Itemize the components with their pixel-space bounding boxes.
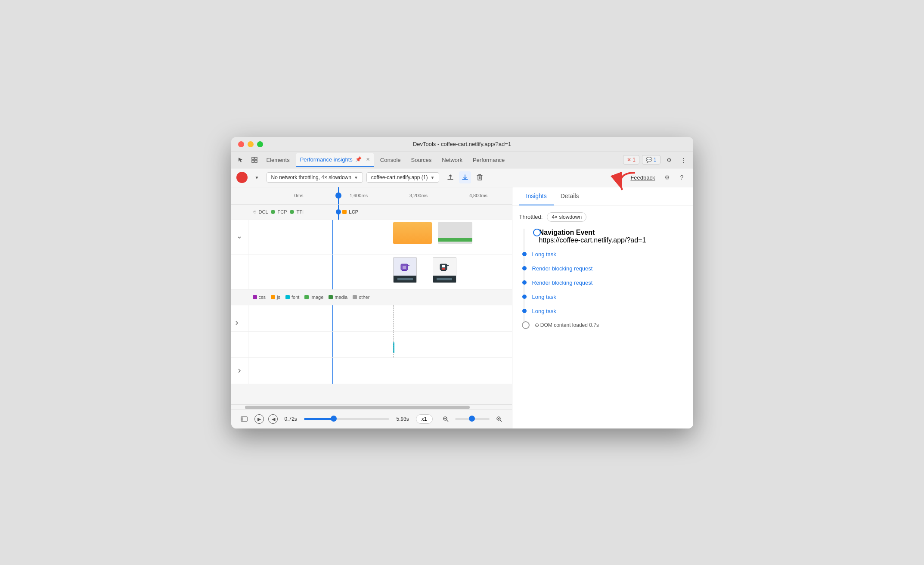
network-row [231, 305, 512, 332]
timeline-area: 0ms 1,600ms 3,200ms 4,800ms ⟲ DCL [231, 187, 512, 428]
insight-link-4[interactable]: Long task [532, 308, 556, 314]
tab-details[interactable]: Details [554, 187, 586, 205]
bottom-bar: ▶ |◀ 0.72s 5.93s x1 [231, 410, 512, 428]
network-throttling-dropdown[interactable]: No network throttling, 4× slowdown ▼ [267, 172, 363, 183]
tab-sources[interactable]: Sources [407, 153, 436, 167]
dropdown-arrow-icon[interactable]: ▼ [251, 171, 263, 183]
long-task-row [231, 332, 512, 358]
playback-controls: ▶ |◀ [238, 413, 278, 425]
filmstrip-row [231, 255, 512, 290]
tab-insights[interactable]: Insights [519, 187, 554, 205]
tab-performance-insights[interactable]: Performance insights 📌 ✕ [296, 153, 374, 167]
svg-rect-3 [255, 160, 257, 162]
scrubber-thumb[interactable] [331, 416, 337, 422]
error-icon: ✕ [627, 157, 631, 163]
maximize-button[interactable] [257, 141, 263, 147]
time-marker-2: 3,200ms [389, 193, 449, 198]
settings-icon[interactable]: ⚙ [663, 154, 675, 166]
tab-sources-label: Sources [411, 157, 432, 163]
legend-font: font [285, 295, 299, 300]
zoom-thumb[interactable] [469, 416, 475, 422]
url-label: coffee-cart.netlify.app (1) [371, 174, 428, 180]
dashed-marker [393, 305, 394, 331]
insight-dot-4 [522, 309, 527, 313]
record-button[interactable] [236, 172, 248, 183]
tab-elements[interactable]: Elements [262, 153, 294, 167]
cursor-icon[interactable] [235, 154, 247, 166]
time-marker-0: 0ms [269, 193, 329, 198]
pin-icon: 📌 [355, 156, 362, 162]
tab-performance[interactable]: Performance [468, 153, 509, 167]
svg-rect-0 [252, 157, 254, 159]
timeline-scrubber[interactable] [304, 418, 390, 420]
insight-item-4: Long task [532, 308, 686, 314]
zoom-out-icon[interactable] [440, 413, 452, 425]
skip-to-start-button[interactable]: |◀ [268, 414, 278, 424]
more-icon[interactable]: ⋮ [678, 154, 690, 166]
legend-image: image [304, 295, 323, 300]
tab-right-icons: ✕ 1 💬 1 ⚙ ⋮ [623, 154, 689, 166]
thumbnail-1[interactable] [393, 257, 417, 283]
timeline-rows[interactable]: css js font image [231, 220, 512, 404]
other-color [353, 295, 357, 299]
minimize-button[interactable] [248, 141, 254, 147]
nav-event-url: https://coffee-cart.netlify.app/?ad=1 [539, 236, 686, 244]
zoom-track[interactable] [455, 418, 490, 420]
toolbar: ▼ No network throttling, 4× slowdown ▼ c… [231, 168, 693, 187]
expand-icon[interactable] [235, 319, 239, 327]
close-button[interactable] [238, 141, 244, 147]
insight-dot-3 [522, 295, 527, 299]
feedback-link[interactable]: Feedback [630, 174, 655, 181]
dashed-marker-2 [393, 332, 394, 357]
url-dropdown[interactable]: coffee-cart.netlify.app (1) ▼ [366, 172, 440, 183]
upload-icon[interactable] [444, 171, 456, 183]
empty-row-label [231, 358, 248, 384]
insight-item-1: Render blocking request [532, 265, 686, 272]
tab-performance-insights-label: Performance insights [300, 156, 353, 163]
network-row-label [231, 305, 248, 331]
timeline-scrollbar[interactable] [231, 404, 512, 410]
tab-close-icon[interactable]: ✕ [366, 157, 370, 162]
tab-performance-label: Performance [473, 157, 505, 163]
right-panel: Insights Details Throttled: 4× slowdown [512, 187, 693, 428]
insight-link-0[interactable]: Long task [532, 251, 556, 258]
main-content: 0ms 1,600ms 3,200ms 4,800ms ⟲ DCL [231, 187, 693, 428]
scrubber-track[interactable] [304, 418, 390, 420]
dcl-label: DCL [259, 209, 268, 214]
js-label: js [277, 295, 280, 300]
insight-link-3[interactable]: Long task [532, 294, 556, 300]
info-badge-button[interactable]: 💬 1 [642, 155, 660, 165]
delete-icon[interactable] [474, 171, 486, 183]
insight-link-2[interactable]: Render blocking request [532, 279, 593, 286]
download-icon[interactable] [459, 171, 471, 183]
lcp-label: LCP [349, 209, 358, 214]
throttle-value[interactable]: 4× slowdown [547, 212, 586, 222]
speed-button[interactable]: x1 [416, 414, 433, 424]
screenshot-toggle-icon[interactable] [238, 413, 250, 425]
settings-gear-icon[interactable]: ⚙ [661, 171, 673, 183]
help-icon[interactable]: ? [676, 171, 688, 183]
error-badge-button[interactable]: ✕ 1 [623, 155, 639, 165]
insight-dot-0 [522, 252, 527, 256]
zoom-in-icon[interactable] [493, 413, 505, 425]
toolbar-actions: Feedback ⚙ ? [630, 171, 688, 183]
svg-line-20 [446, 420, 448, 422]
error-count: 1 [633, 157, 636, 163]
svg-rect-11 [442, 265, 445, 267]
thumbnail-2[interactable] [433, 257, 456, 283]
traffic-lights [238, 141, 263, 147]
nav-event: Navigation Event https://coffee-cart.net… [532, 229, 686, 244]
play-button[interactable]: ▶ [254, 414, 264, 424]
image-label: image [310, 295, 323, 300]
insight-link-1[interactable]: Render blocking request [532, 265, 593, 272]
svg-rect-1 [255, 157, 257, 159]
scroll-thumb[interactable] [245, 406, 470, 409]
row-label-filmstrip [231, 255, 248, 289]
tab-console[interactable]: Console [376, 153, 405, 167]
inspect-icon[interactable] [248, 154, 260, 166]
lcp-block [393, 222, 432, 244]
tab-network[interactable]: Network [437, 153, 467, 167]
nav-event-title: Navigation Event [539, 229, 686, 236]
screenshot-row [231, 220, 512, 255]
row-expand-icon[interactable] [231, 220, 248, 255]
